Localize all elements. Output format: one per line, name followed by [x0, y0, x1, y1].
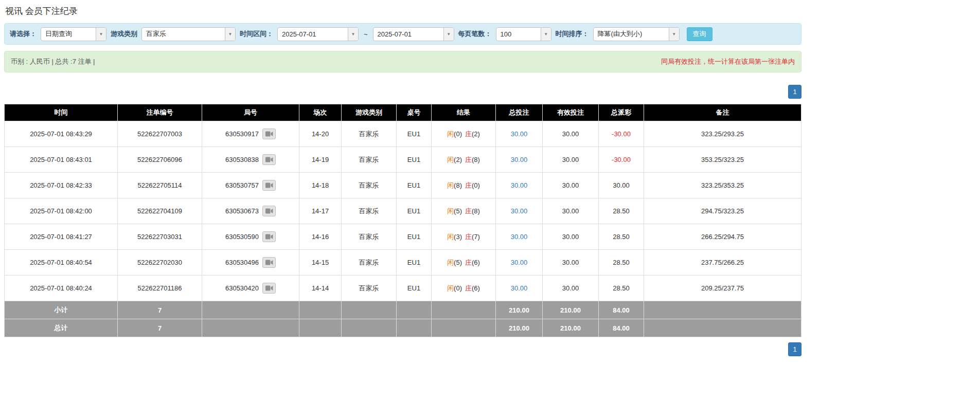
total-label: 总计: [5, 319, 118, 337]
result-banker-label: 庄: [465, 259, 472, 266]
chevron-down-icon[interactable]: ▼: [443, 28, 454, 41]
chevron-down-icon[interactable]: ▼: [96, 28, 106, 41]
page-button-1[interactable]: 1: [788, 85, 801, 99]
cell-game-type: 百家乐: [342, 224, 397, 250]
cell-session: 14-20: [299, 121, 342, 147]
chevron-down-icon[interactable]: ▼: [225, 28, 235, 41]
cell-game-type: 百家乐: [342, 276, 397, 301]
round-id-text: 630530917: [225, 130, 259, 138]
cell-payout: -30.00: [599, 121, 644, 147]
round-id-text: 630530838: [225, 156, 259, 163]
header-total-bet: 总投注: [496, 104, 543, 121]
page-size-select[interactable]: 100 ▼: [496, 27, 551, 41]
cell-total-bet: 30.00: [496, 224, 543, 250]
table-header: 时间 注单编号 局号 场次 游戏类别 桌号 结果 总投注 有效投注 总派彩 备注: [5, 104, 801, 121]
subtotal-payout: 84.00: [599, 301, 644, 319]
cell-round-id: 630530496: [202, 250, 299, 276]
cell-bet-id: 522622706096: [118, 147, 202, 173]
cell-valid-bet: 30.00: [543, 147, 599, 173]
cell-remark: 353.25/323.25: [644, 147, 801, 173]
table-row: 2025-07-01 08:40:54 522622702030 6305304…: [5, 250, 801, 276]
cell-table-no: EU1: [397, 173, 432, 198]
cell-bet-id: 522622707003: [118, 121, 202, 147]
cell-valid-bet: 30.00: [543, 224, 599, 250]
cell-remark: 294.75/323.25: [644, 198, 801, 224]
bet-records-table: 时间 注单编号 局号 场次 游戏类别 桌号 结果 总投注 有效投注 总派彩 备注…: [4, 104, 801, 337]
subtotal-count: 7: [118, 301, 202, 319]
query-type-value: 日期查询: [41, 28, 96, 41]
cell-remark: 323.25/293.25: [644, 121, 801, 147]
subtotal-empty-cell: [644, 301, 801, 319]
game-type-label: 游戏类别: [111, 29, 137, 39]
result-banker-label: 庄: [465, 233, 472, 241]
result-player-value: (0): [454, 130, 462, 138]
total-bet-link[interactable]: 30.00: [511, 233, 528, 241]
total-bet-link[interactable]: 30.00: [511, 284, 528, 292]
currency-summary-text: 币别 : 人民币 | 总共 :7 注单 |: [11, 57, 95, 66]
date-from-select[interactable]: 2025-07-01 ▼: [277, 27, 359, 41]
page-button-1[interactable]: 1: [788, 342, 801, 356]
cell-remark: 237.75/266.25: [644, 250, 801, 276]
query-type-select[interactable]: 日期查询 ▼: [41, 27, 106, 41]
date-to-select[interactable]: 2025-07-01 ▼: [373, 27, 454, 41]
cell-game-type: 百家乐: [342, 173, 397, 198]
cell-time: 2025-07-01 08:40:24: [5, 276, 118, 301]
chevron-down-icon[interactable]: ▼: [541, 28, 551, 41]
subtotal-empty-cell: [432, 301, 496, 319]
cell-payout: 28.50: [599, 224, 644, 250]
total-bet-link[interactable]: 30.00: [511, 259, 528, 266]
cell-session: 14-19: [299, 147, 342, 173]
total-row: 总计 7 210.00 210.00 84.00: [5, 319, 801, 337]
total-bet-link[interactable]: 30.00: [511, 181, 528, 189]
video-camera-icon: [265, 131, 273, 137]
pagination-bottom: 1: [4, 342, 801, 356]
date-to-value: 2025-07-01: [373, 28, 443, 41]
result-player-label: 闲: [447, 130, 454, 138]
total-bet-link[interactable]: 30.00: [511, 156, 528, 163]
total-bet-link[interactable]: 30.00: [511, 207, 528, 215]
result-player-label: 闲: [447, 259, 454, 266]
result-banker-value: (7): [472, 233, 480, 241]
subtotal-empty-cell: [397, 301, 432, 319]
result-banker-value: (2): [472, 130, 480, 138]
cell-round-id: 630530838: [202, 147, 299, 173]
video-replay-button[interactable]: [262, 231, 276, 242]
cell-bet-id: 522622704109: [118, 198, 202, 224]
cell-bet-id: 522622703031: [118, 224, 202, 250]
result-banker-label: 庄: [465, 207, 472, 215]
summary-bar: 币别 : 人民币 | 总共 :7 注单 | 同局有效投注，统一计算在该局第一张注…: [4, 51, 801, 72]
subtotal-empty-cell: [202, 301, 299, 319]
cell-time: 2025-07-01 08:42:33: [5, 173, 118, 198]
header-game-type: 游戏类别: [342, 104, 397, 121]
game-type-select[interactable]: 百家乐 ▼: [141, 27, 236, 41]
video-replay-button[interactable]: [262, 154, 276, 165]
cell-time: 2025-07-01 08:41:27: [5, 224, 118, 250]
cell-payout: 28.50: [599, 276, 644, 301]
header-session: 场次: [299, 104, 342, 121]
result-player-value: (0): [454, 284, 462, 292]
total-total-bet: 210.00: [496, 319, 543, 337]
chevron-down-icon[interactable]: ▼: [669, 28, 679, 41]
video-replay-button[interactable]: [262, 180, 276, 191]
subtotal-label: 小计: [5, 301, 118, 319]
page-container: 视讯 会员下注纪录 请选择： 日期查询 ▼ 游戏类别 百家乐 ▼ 时间区间： 2…: [4, 0, 801, 356]
same-round-notice-text: 同局有效投注，统一计算在该局第一张注单内: [661, 57, 795, 66]
cell-time: 2025-07-01 08:43:29: [5, 121, 118, 147]
time-sort-select[interactable]: 降冪(由大到小) ▼: [593, 27, 680, 41]
video-replay-button[interactable]: [262, 257, 276, 268]
total-empty-cell: [342, 319, 397, 337]
cell-result: 闲(2)庄(8): [432, 147, 496, 173]
cell-time: 2025-07-01 08:42:00: [5, 198, 118, 224]
search-button[interactable]: 查询: [687, 27, 712, 41]
total-bet-link[interactable]: 30.00: [511, 130, 528, 138]
video-replay-button[interactable]: [262, 283, 276, 294]
cell-result: 闲(3)庄(7): [432, 224, 496, 250]
chevron-down-icon[interactable]: ▼: [348, 28, 358, 41]
result-banker-value: (8): [472, 156, 480, 163]
video-replay-button[interactable]: [262, 129, 276, 139]
cell-total-bet: 30.00: [496, 250, 543, 276]
video-replay-button[interactable]: [262, 206, 276, 216]
subtotal-row: 小计 7 210.00 210.00 84.00: [5, 301, 801, 319]
cell-result: 闲(8)庄(0): [432, 173, 496, 198]
table-body: 2025-07-01 08:43:29 522622707003 6305309…: [5, 121, 801, 301]
